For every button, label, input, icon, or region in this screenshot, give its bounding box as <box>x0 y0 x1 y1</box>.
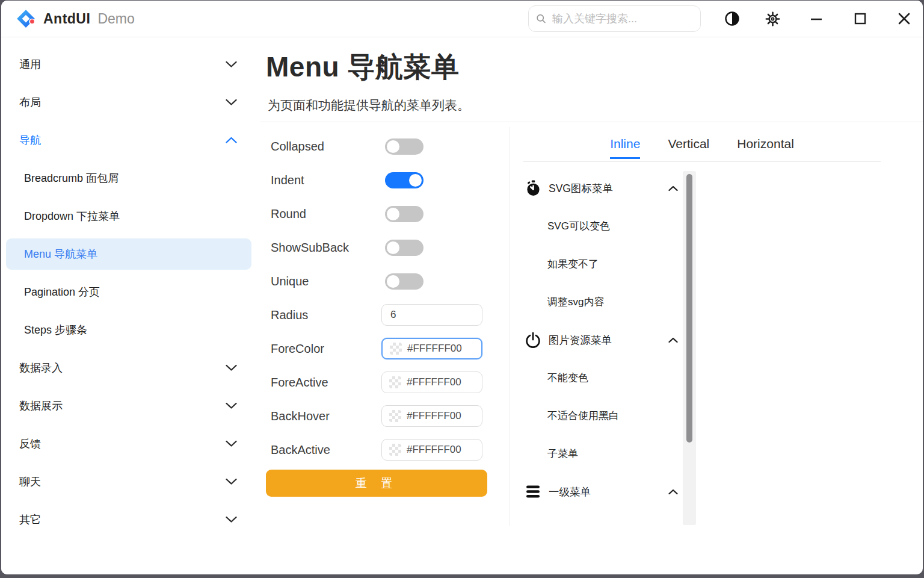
demo-menu-item[interactable]: SVG可以变色 <box>523 207 682 245</box>
sidebar-item-dropdown[interactable]: Dropdown 下拉菜单 <box>1 200 260 232</box>
demo-scrollbar-track[interactable] <box>683 171 696 525</box>
demo-menu-label: SVG图标菜单 <box>549 181 613 196</box>
minimize-button[interactable] <box>805 8 828 30</box>
minimize-icon <box>809 11 824 26</box>
config-row-collapsed: Collapsed <box>271 129 485 163</box>
demo-menu-group-image[interactable]: 图片资源菜单 <box>523 321 682 359</box>
demo-menu-item[interactable]: 不能变色 <box>523 359 682 397</box>
sidebar-item-label: Dropdown 下拉菜单 <box>24 209 120 223</box>
page-description: 为页面和功能提供导航的菜单列表。 <box>268 97 470 114</box>
demo-menu-group-svg[interactable]: SVG图标菜单 <box>523 169 682 207</box>
field-label: ForeActive <box>271 376 328 390</box>
indent-toggle[interactable] <box>385 172 424 188</box>
config-row-forecolor: ForeColor #FFFFFF00 <box>271 332 485 365</box>
sidebar-category-chat[interactable]: 聊天 <box>1 466 260 497</box>
toggle-label: Round <box>271 207 306 221</box>
reset-button[interactable]: 重 置 <box>266 470 487 497</box>
demo-menu-item[interactable]: 不适合使用黑白 <box>523 397 682 435</box>
config-row-round: Round <box>271 197 485 231</box>
sidebar-category-data-display[interactable]: 数据展示 <box>1 390 260 421</box>
tab-inline[interactable]: Inline <box>610 137 640 159</box>
sidebar-category-navigation[interactable]: 导航 <box>1 125 260 156</box>
demo-menu: SVG图标菜单 SVG可以变色 如果变不了 调整svg内容 图片资源菜单 <box>523 169 682 511</box>
demo-scrollbar-thumb[interactable] <box>686 174 692 443</box>
transparency-swatch <box>389 444 401 456</box>
demo-menu-label: SVG可以变色 <box>547 219 610 233</box>
color-value: #FFFFFF00 <box>407 410 461 422</box>
config-row-indent: Indent <box>271 163 485 197</box>
maximize-button[interactable] <box>849 8 872 30</box>
sidebar-category-layout[interactable]: 布局 <box>1 87 260 118</box>
search-input[interactable] <box>551 12 693 26</box>
stopwatch-icon <box>523 180 543 196</box>
demo-menu-label: 不适合使用黑白 <box>547 409 619 423</box>
backactive-input[interactable]: #FFFFFF00 <box>381 439 482 461</box>
close-button[interactable] <box>893 8 916 30</box>
sidebar-category-label: 其它 <box>19 512 41 527</box>
search-icon <box>536 13 546 24</box>
search-box[interactable] <box>528 5 701 32</box>
transparency-swatch <box>390 343 402 355</box>
settings-button[interactable] <box>761 8 784 30</box>
demo-menu-label: 如果变不了 <box>547 257 599 271</box>
unique-toggle[interactable] <box>385 273 424 290</box>
sidebar-category-label: 反馈 <box>19 437 41 451</box>
config-panel: Collapsed Indent Round ShowSubBack Uniqu… <box>271 129 485 467</box>
sidebar-category-data-entry[interactable]: 数据录入 <box>1 352 260 384</box>
transparency-swatch <box>389 376 401 388</box>
page-title: Menu 导航菜单 <box>266 49 459 86</box>
sidebar-item-menu[interactable]: Menu 导航菜单 <box>6 238 251 270</box>
demo-menu-item[interactable]: 子菜单 <box>523 435 682 473</box>
theme-toggle-button[interactable] <box>721 8 744 30</box>
title-bar: AntdUI Demo <box>1 1 923 37</box>
config-row-backactive: BackActive #FFFFFF00 <box>271 433 485 467</box>
chevron-down-icon <box>226 517 237 523</box>
sidebar-item-breadcrumb[interactable]: Breadcrumb 面包屑 <box>1 163 260 194</box>
sidebar-item-steps[interactable]: Steps 步骤条 <box>1 314 260 346</box>
config-row-backhover: BackHover #FFFFFF00 <box>271 399 485 433</box>
radius-input-box <box>381 304 482 326</box>
app-logo-icon <box>16 8 36 29</box>
config-row-radius: Radius <box>271 298 485 332</box>
chevron-down-icon <box>226 99 237 106</box>
radius-input[interactable] <box>389 308 475 322</box>
forecolor-input[interactable]: #FFFFFF00 <box>381 338 482 359</box>
chevron-up-icon <box>226 137 237 144</box>
sidebar-category-label: 数据录入 <box>19 361 63 375</box>
toggle-label: ShowSubBack <box>271 241 349 255</box>
theme-contrast-icon <box>724 10 741 27</box>
sidebar-category-other[interactable]: 其它 <box>1 504 260 535</box>
sidebar-item-pagination[interactable]: Pagination 分页 <box>1 276 260 308</box>
sidebar-category-label: 通用 <box>19 57 41 72</box>
toggle-label: Indent <box>271 173 304 187</box>
toggle-knob <box>387 208 399 220</box>
showsubback-toggle[interactable] <box>385 240 424 256</box>
field-label: BackActive <box>271 443 330 457</box>
tab-horizontal[interactable]: Horizontal <box>737 137 794 159</box>
demo-menu-group-top-level[interactable]: 一级菜单 <box>523 473 682 511</box>
demo-menu-item[interactable]: 如果变不了 <box>523 245 682 283</box>
chevron-down-icon <box>226 479 237 485</box>
sidebar-category-label: 导航 <box>19 133 41 148</box>
demo-tabs: Inline Vertical Horizontal <box>523 137 881 159</box>
chevron-up-icon <box>668 337 678 343</box>
toggle-knob <box>387 275 399 288</box>
tabs-divider <box>523 161 881 162</box>
round-toggle[interactable] <box>385 206 424 222</box>
sidebar-category-common[interactable]: 通用 <box>1 49 260 80</box>
sidebar-item-label: Breadcrumb 面包屑 <box>24 171 119 185</box>
backhover-input[interactable]: #FFFFFF00 <box>381 405 482 427</box>
collapsed-toggle[interactable] <box>385 138 424 155</box>
config-row-foreactive: ForeActive #FFFFFF00 <box>271 365 485 399</box>
panel-divider <box>510 127 510 526</box>
color-value: #FFFFFF00 <box>407 343 462 355</box>
foreactive-input[interactable]: #FFFFFF00 <box>381 371 482 393</box>
tab-vertical[interactable]: Vertical <box>668 137 709 159</box>
demo-menu-item[interactable]: 调整svg内容 <box>523 283 682 321</box>
chevron-down-icon <box>226 403 237 409</box>
sidebar-category-feedback[interactable]: 反馈 <box>1 428 260 459</box>
config-row-showsubback: ShowSubBack <box>271 231 485 264</box>
demo-menu-label: 调整svg内容 <box>547 295 604 309</box>
field-label: BackHover <box>271 409 330 423</box>
config-row-unique: Unique <box>271 264 485 298</box>
